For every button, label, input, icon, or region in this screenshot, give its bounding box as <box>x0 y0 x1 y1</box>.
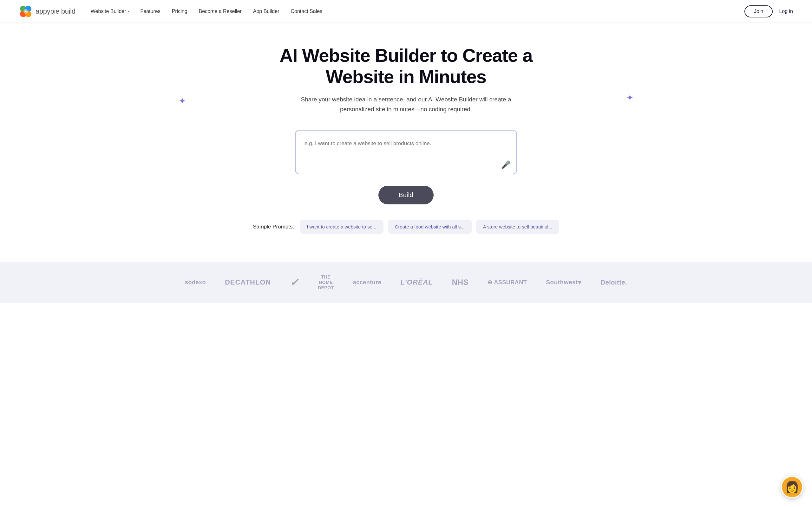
nav-item-website-builder[interactable]: Website Builder ▾ <box>91 9 129 14</box>
nav-link-reseller[interactable]: Become a Reseller <box>199 9 242 14</box>
chat-avatar-icon: 👩 <box>785 481 799 494</box>
build-button[interactable]: Build <box>378 186 434 205</box>
logo-accenture: accenture <box>353 279 382 286</box>
logo-assurant: ⊕ ASSURANT <box>488 279 527 286</box>
nav-item-reseller[interactable]: Become a Reseller <box>199 9 242 14</box>
brand-suffix: build <box>61 7 75 15</box>
nav-link-app-builder[interactable]: App Builder <box>253 9 280 14</box>
nav-link-pricing[interactable]: Pricing <box>172 9 188 14</box>
nav-item-app-builder[interactable]: App Builder <box>253 9 280 14</box>
join-button[interactable]: Join <box>745 5 773 17</box>
hero-section: ✦ ✦ AI Website Builder to Create a Websi… <box>0 23 812 250</box>
nav-link-contact[interactable]: Contact Sales <box>291 9 322 14</box>
hero-subtitle: Share your website idea in a sentence, a… <box>286 95 526 114</box>
search-container: 🎤 <box>295 130 517 176</box>
logo[interactable]: appypie build <box>19 5 75 18</box>
sample-prompts-label: Sample Prompts: <box>253 224 294 230</box>
nav-label-contact: Contact Sales <box>291 9 322 14</box>
nav-label-pricing: Pricing <box>172 9 188 14</box>
sparkle-left-icon: ✦ <box>179 96 186 106</box>
sample-prompts: Sample Prompts: I want to create a websi… <box>253 220 559 234</box>
navbar-right: Join Log in <box>745 5 793 17</box>
chat-support-bubble[interactable]: 👩 <box>781 476 803 498</box>
nav-label-features: Features <box>141 9 160 14</box>
nav-label-reseller: Become a Reseller <box>199 9 242 14</box>
sample-chip-2[interactable]: A store website to sell beautiful... <box>476 220 559 234</box>
logo-nhs: NHS <box>452 278 468 287</box>
sample-chips-container: I want to create a website to se... Crea… <box>300 220 559 234</box>
hero-title: AI Website Builder to Create a Website i… <box>263 45 549 87</box>
nav-item-features[interactable]: Features <box>141 9 160 14</box>
nav-link-website-builder[interactable]: Website Builder ▾ <box>91 9 129 14</box>
navbar: appypie build Website Builder ▾ Features… <box>0 0 812 23</box>
svg-point-4 <box>23 9 28 14</box>
logo-sodexo: sodexo <box>185 279 206 286</box>
logo-deloitte: Deloitte. <box>601 279 627 286</box>
login-button[interactable]: Log in <box>779 9 793 14</box>
sparkle-right-icon: ✦ <box>626 93 633 103</box>
nav-item-contact[interactable]: Contact Sales <box>291 9 322 14</box>
logo-decathlon: DECATHLON <box>225 278 271 286</box>
microphone-icon[interactable]: 🎤 <box>501 160 511 169</box>
sample-chip-1[interactable]: Create a food website with all s... <box>388 220 472 234</box>
logo-nike: ✓ <box>290 276 299 288</box>
brand-name: appypie build <box>36 7 75 15</box>
nav-label-website-builder: Website Builder <box>91 9 126 14</box>
nav-link-features[interactable]: Features <box>141 9 160 14</box>
logo-southwest: Southwest♥ <box>546 279 581 286</box>
navbar-left: appypie build Website Builder ▾ Features… <box>19 5 322 18</box>
nav-label-app-builder: App Builder <box>253 9 280 14</box>
nav-links: Website Builder ▾ Features Pricing Becom… <box>91 9 322 14</box>
logo-homedepot: THEHOMEDEPOT <box>318 274 334 290</box>
brand-appypie: appypie <box>36 7 59 15</box>
logos-section: sodexo DECATHLON ✓ THEHOMEDEPOT accentur… <box>0 262 812 302</box>
website-idea-input[interactable] <box>295 130 517 174</box>
logo-icon <box>19 5 32 18</box>
sample-chip-0[interactable]: I want to create a website to se... <box>300 220 383 234</box>
chevron-down-icon: ▾ <box>128 9 129 13</box>
nav-item-pricing[interactable]: Pricing <box>172 9 188 14</box>
logo-loreal: L'ORÉAL <box>400 278 433 286</box>
